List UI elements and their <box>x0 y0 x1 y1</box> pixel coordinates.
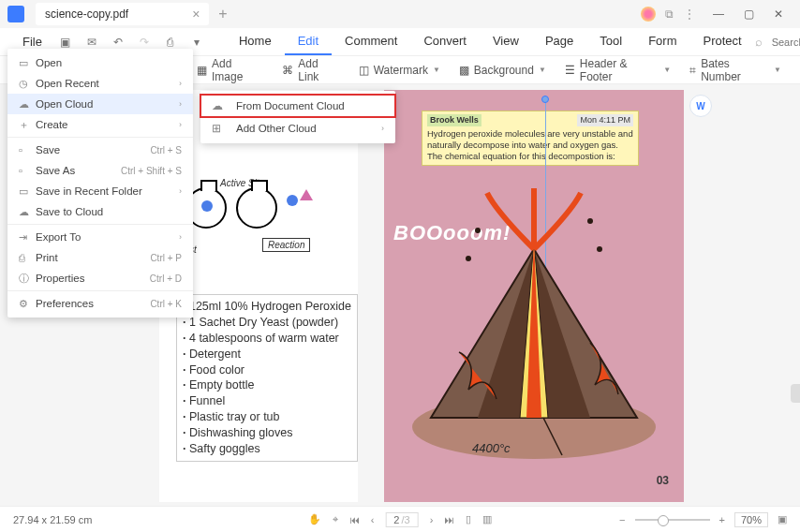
submenu-add-other-cloud[interactable]: ⊞Add Other Cloud› <box>200 117 395 140</box>
chevron-right-icon: › <box>179 79 182 88</box>
gear-icon: ⚙ <box>19 298 36 310</box>
submenu-from-document-cloud[interactable]: ☁From Document Cloud <box>200 95 395 117</box>
menu-open-recent[interactable]: ◷Open Recent› <box>7 73 193 94</box>
undo-icon[interactable]: ↶ <box>110 36 126 49</box>
comment-annotation[interactable]: Brook Wells Mon 4:11 PM Hydrogen peroxid… <box>422 111 639 166</box>
tab-page[interactable]: Page <box>532 28 586 55</box>
page-indicator[interactable]: 2/3 <box>385 512 418 527</box>
more-icon[interactable]: ⋮ <box>682 7 697 22</box>
bates-number-button[interactable]: ⌗Bates Number▼ <box>689 57 781 83</box>
header-footer-button[interactable]: ☰Header & Footer▼ <box>565 57 671 83</box>
menu-create[interactable]: ＋Create› <box>7 114 193 135</box>
list-item: 1 Sachet Dry Yeast (powder) <box>183 315 351 331</box>
search-tools-input[interactable] <box>772 37 800 48</box>
close-window-button[interactable]: ✕ <box>764 3 793 25</box>
search-icon[interactable]: ⌕ <box>755 35 763 49</box>
menu-properties[interactable]: ⓘPropertiesCtrl + D <box>7 268 193 288</box>
cloud-download-icon: ☁ <box>212 99 227 112</box>
list-item: 4 tablespoons of warm water <box>183 331 351 347</box>
svg-point-5 <box>597 246 602 252</box>
menu-preferences[interactable]: ⚙PreferencesCtrl + K <box>7 293 193 314</box>
temperature-label: 4400°c <box>472 441 511 455</box>
tab-title: science-copy.pdf <box>45 7 128 21</box>
resize-handle[interactable] <box>541 96 549 103</box>
close-tab-icon[interactable]: × <box>192 7 200 22</box>
background-button[interactable]: ▩Background▼ <box>459 64 546 77</box>
tab-edit[interactable]: Edit <box>285 28 332 55</box>
next-page-icon[interactable]: › <box>430 514 434 525</box>
save-quick-icon[interactable]: ▣ <box>57 36 74 49</box>
zoom-out-icon[interactable]: − <box>619 514 625 525</box>
comment-time: Mon 4:11 PM <box>577 114 633 126</box>
word-export-badge[interactable]: W <box>689 95 712 117</box>
watermark-button[interactable]: ◫Watermark▼ <box>359 64 440 77</box>
mail-icon[interactable]: ✉ <box>83 36 100 49</box>
menu-save-recent-folder[interactable]: ▭Save in Recent Folder› <box>7 181 193 201</box>
fit-page-icon[interactable]: ▣ <box>778 513 787 525</box>
headerfooter-icon: ☰ <box>565 64 575 77</box>
tab-home[interactable]: Home <box>226 28 285 55</box>
side-panel-toggle[interactable] <box>791 384 800 403</box>
select-tool-icon[interactable]: ⌖ <box>333 513 338 525</box>
add-tab-button[interactable]: + <box>218 6 227 22</box>
chevron-down-icon: ▼ <box>539 66 546 74</box>
list-item: 125ml 10% Hydrogen Peroxide <box>183 299 351 315</box>
tab-form[interactable]: Form <box>635 28 689 55</box>
materials-list: 125ml 10% Hydrogen Peroxide 1 Sachet Dry… <box>176 294 358 462</box>
zoom-level: 70% <box>734 512 768 527</box>
open-cloud-submenu: ☁From Document Cloud ⊞Add Other Cloud› <box>200 91 395 143</box>
menu-print[interactable]: ⎙PrintCtrl + P <box>7 247 193 268</box>
separator <box>7 224 193 225</box>
chevron-right-icon: › <box>179 186 182 196</box>
tab-tool[interactable]: Tool <box>586 28 635 55</box>
dropdown-icon[interactable]: ▾ <box>188 36 205 49</box>
create-icon: ＋ <box>19 118 36 132</box>
chevron-right-icon: › <box>179 99 182 109</box>
continuous-page-icon[interactable]: ▥ <box>482 513 492 525</box>
list-item: Funnel <box>183 393 351 409</box>
tab-protect[interactable]: Protect <box>689 28 754 55</box>
tab-view[interactable]: View <box>480 28 532 55</box>
single-page-icon[interactable]: ▯ <box>466 513 471 525</box>
page-right: Brook Wells Mon 4:11 PM Hydrogen peroxid… <box>384 90 684 502</box>
tab-convert[interactable]: Convert <box>410 28 480 55</box>
info-icon: ⓘ <box>19 272 36 286</box>
document-tab[interactable]: science-copy.pdf × <box>36 3 209 25</box>
export-icon: ⇥ <box>19 231 36 244</box>
share-icon[interactable]: ⧉ <box>661 7 676 22</box>
cloud-icon: ☁ <box>19 98 36 111</box>
print-icon: ⎙ <box>19 252 36 263</box>
minimize-button[interactable]: — <box>704 3 733 25</box>
comment-author: Brook Wells <box>427 114 481 126</box>
add-image-button[interactable]: ▦Add Image <box>197 57 263 83</box>
tab-comment[interactable]: Comment <box>332 28 410 55</box>
last-page-icon[interactable]: ⏭ <box>444 514 454 525</box>
first-page-icon[interactable]: ⏮ <box>349 514 360 525</box>
zoom-in-icon[interactable]: + <box>719 514 725 525</box>
file-menu-dropdown: ▭Open ◷Open Recent› ☁Open Cloud› ＋Create… <box>7 49 193 318</box>
menu-open-cloud[interactable]: ☁Open Cloud› <box>7 94 193 114</box>
print-icon[interactable]: ⎙ <box>162 36 179 49</box>
add-cloud-icon: ⊞ <box>212 122 227 135</box>
watermark-icon: ◫ <box>359 64 369 77</box>
hand-tool-icon[interactable]: ✋ <box>308 513 321 525</box>
flask-icon <box>236 187 277 229</box>
zoom-slider[interactable] <box>635 519 710 521</box>
maximize-button[interactable]: ▢ <box>734 3 763 25</box>
chevron-down-icon: ▼ <box>774 66 781 74</box>
menu-open[interactable]: ▭Open <box>7 52 193 73</box>
titlebar: science-copy.pdf × + ⧉ ⋮ — ▢ ✕ <box>0 0 800 28</box>
chevron-right-icon: › <box>179 120 182 129</box>
menu-export-to[interactable]: ⇥Export To› <box>7 227 193 247</box>
cloud-sync-icon[interactable] <box>641 7 656 22</box>
redo-icon[interactable]: ↷ <box>136 36 153 49</box>
link-icon: ⌘ <box>282 64 293 77</box>
prev-page-icon[interactable]: ‹ <box>371 514 375 525</box>
image-icon: ▦ <box>197 64 207 77</box>
chevron-right-icon: › <box>381 124 384 133</box>
menu-save-as[interactable]: ▫Save AsCtrl + Shift + S <box>7 160 193 181</box>
comment-body: Hydrogen peroxide molecules are very uns… <box>427 128 633 162</box>
add-link-button[interactable]: ⌘Add Link <box>282 57 339 83</box>
menu-save[interactable]: ▫SaveCtrl + S <box>7 140 193 160</box>
menu-save-to-cloud[interactable]: ☁Save to Cloud <box>7 201 193 222</box>
